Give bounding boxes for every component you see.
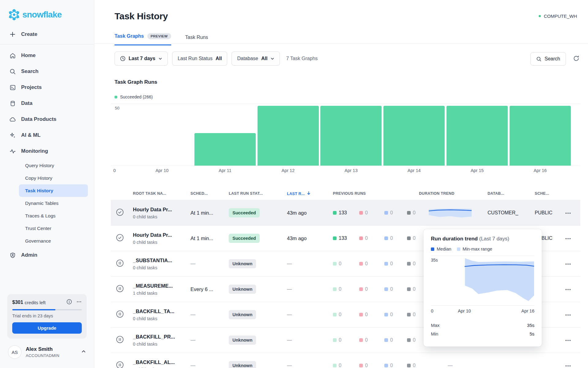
run-count-chip: 0 bbox=[359, 261, 384, 266]
column-header-datab[interactable]: DATAB... bbox=[488, 191, 504, 196]
run-chip-swatch bbox=[333, 338, 337, 342]
sidebar-subitem-query-history[interactable]: Query History bbox=[0, 159, 94, 172]
row-menu-button[interactable]: ••• bbox=[564, 311, 573, 319]
run-count-chip: 0 bbox=[384, 210, 407, 216]
minmax-label: Min-max range bbox=[463, 247, 492, 251]
search-button-label: Search bbox=[545, 56, 560, 62]
chart-bar-apr-15[interactable] bbox=[447, 106, 508, 166]
column-header-duration-trend[interactable]: DURATION TREND bbox=[419, 191, 454, 196]
info-icon[interactable] bbox=[66, 299, 72, 306]
run-chip-value: 0 bbox=[390, 363, 393, 368]
run-count-chip: 0 bbox=[359, 286, 384, 292]
status-cell: Succeeded bbox=[229, 234, 260, 243]
chart-bar-apr-14[interactable] bbox=[383, 106, 445, 166]
row-menu-button[interactable]: ••• bbox=[564, 234, 573, 243]
schedule-cell: — bbox=[190, 261, 195, 266]
column-header-last-r[interactable]: LAST R... bbox=[287, 191, 311, 196]
task-name-cell: _BACKFILL_TA...0 child tasks bbox=[133, 309, 174, 321]
run-chip-swatch bbox=[333, 262, 337, 266]
snowflake-logo[interactable]: snowflake bbox=[0, 0, 94, 26]
table-row[interactable]: _BACKFILL_AL...0 child tasks—Unknown—000… bbox=[111, 353, 580, 368]
sidebar-subitem-dynamic-tables[interactable]: Dynamic Tables bbox=[0, 197, 94, 209]
row-menu-button[interactable]: ••• bbox=[564, 336, 573, 344]
previous-runs-cell: 133000 bbox=[333, 236, 427, 241]
status-badge: Unknown bbox=[229, 285, 256, 294]
sidebar-item-search[interactable]: Search bbox=[0, 63, 94, 79]
last-run-status-filter[interactable]: Last Run Status All bbox=[172, 52, 227, 66]
status-cell: Unknown bbox=[229, 335, 256, 345]
row-menu-button[interactable]: ••• bbox=[564, 285, 573, 293]
sidebar-item-admin[interactable]: Admin bbox=[0, 247, 94, 263]
run-count-chip: 0 bbox=[333, 363, 359, 368]
pulse-icon bbox=[9, 148, 16, 155]
task-name-cell: Hourly Data Pr...0 child tasks bbox=[133, 232, 172, 245]
duration-trend-chart: 35s bbox=[431, 255, 534, 306]
duration-trend-cell: — bbox=[424, 363, 476, 368]
database-filter[interactable]: Database All bbox=[232, 52, 280, 66]
credits-progress-bar bbox=[12, 309, 82, 310]
chart-section-title: Task Graph Runs bbox=[115, 79, 157, 85]
sidebar-subitem-trust-center[interactable]: Trust Center bbox=[0, 222, 94, 235]
chart-bar-apr-16[interactable] bbox=[510, 106, 571, 166]
column-header-sche[interactable]: SCHE... bbox=[535, 191, 549, 196]
sidebar-item-home[interactable]: Home bbox=[0, 48, 94, 63]
column-header-last-run-stat[interactable]: LAST RUN STAT... bbox=[229, 191, 263, 196]
task-name: _MEASUREME... bbox=[133, 283, 173, 289]
y-axis-max-label: 50 bbox=[115, 106, 119, 110]
x-label-apr16: Apr 16 bbox=[521, 309, 534, 313]
run-chip-value: 0 bbox=[413, 363, 416, 368]
sidebar-subitem-traces-logs[interactable]: Traces & Logs bbox=[0, 209, 94, 222]
status-cell: Unknown bbox=[229, 259, 256, 268]
run-chip-value: 0 bbox=[390, 236, 393, 241]
time-range-filter[interactable]: Last 7 days bbox=[115, 52, 168, 66]
upgrade-button[interactable]: Upgrade bbox=[12, 322, 82, 334]
run-count-chip: 0 bbox=[359, 210, 384, 216]
x-axis-tick-apr-10: Apr 10 bbox=[156, 168, 169, 173]
user-menu[interactable]: AS Alex Smith ACCOUNTADMIN bbox=[0, 339, 94, 368]
task-graph-runs-chart: 50 bbox=[111, 104, 580, 166]
run-chip-value: 0 bbox=[339, 312, 341, 317]
task-name: _SUBSTANTIA... bbox=[133, 258, 172, 263]
column-header-label: ROOT TASK NA... bbox=[133, 191, 166, 196]
sidebar-subitem-copy-history[interactable]: Copy History bbox=[0, 172, 94, 184]
tooltip-legend: Median Min-max range bbox=[431, 247, 534, 251]
sidebar-subitem-governance[interactable]: Governance bbox=[0, 235, 94, 247]
credits-menu-icon[interactable] bbox=[76, 299, 82, 306]
run-chip-swatch bbox=[359, 338, 363, 342]
column-header-previous-runs[interactable]: PREVIOUS RUNS bbox=[333, 191, 366, 196]
row-menu-button[interactable]: ••• bbox=[564, 260, 573, 268]
sidebar-item-monitoring[interactable]: Monitoring bbox=[0, 143, 94, 159]
status-badge: Unknown bbox=[229, 259, 256, 268]
column-header-root-task-na[interactable]: ROOT TASK NA... bbox=[133, 191, 166, 196]
previous-runs-cell: 0000 bbox=[333, 312, 427, 317]
chevron-up-icon bbox=[81, 349, 86, 355]
row-menu-button[interactable]: ••• bbox=[564, 362, 573, 368]
run-chip-value: 0 bbox=[339, 337, 341, 343]
sidebar-item-projects[interactable]: Projects bbox=[0, 79, 94, 95]
search-button[interactable]: Search bbox=[530, 52, 566, 66]
refresh-icon[interactable] bbox=[573, 55, 579, 63]
table-row[interactable]: Hourly Data Pr...0 child tasksAt 1 min..… bbox=[111, 200, 580, 225]
task-name: Hourly Data Pr... bbox=[133, 207, 172, 213]
schedule-cell: At 1 min... bbox=[190, 210, 213, 216]
duration-trend-band bbox=[431, 256, 534, 305]
task-name: Hourly Data Pr... bbox=[133, 232, 172, 238]
check-circle-icon bbox=[116, 234, 124, 243]
sidebar-subitem-task-history[interactable]: Task History bbox=[19, 184, 88, 197]
sidebar-nav: HomeSearchProjectsDataData ProductsAI & … bbox=[0, 48, 94, 263]
chart-bar-apr-12[interactable] bbox=[258, 106, 319, 166]
database-cell: CUSTOMER_ bbox=[488, 210, 518, 216]
chart-bar-apr-13[interactable] bbox=[320, 106, 382, 166]
column-header-label: LAST RUN STAT... bbox=[229, 191, 263, 196]
schedule-cell: — bbox=[190, 337, 195, 343]
sidebar-item-data-products[interactable]: Data Products bbox=[0, 111, 94, 127]
create-button[interactable]: Create bbox=[0, 26, 94, 42]
sidebar-item-data[interactable]: Data bbox=[0, 95, 94, 111]
row-menu-button[interactable]: ••• bbox=[564, 209, 573, 217]
run-chip-value: 0 bbox=[413, 210, 416, 216]
chart-bar-apr-11[interactable] bbox=[194, 133, 256, 166]
warehouse-selector[interactable]: COMPUTE_WH bbox=[539, 13, 577, 19]
column-header-sched[interactable]: SCHED... bbox=[190, 191, 208, 196]
x-axis-zero-label: 0 bbox=[113, 168, 116, 173]
sidebar-item-ai-ml[interactable]: AI & ML bbox=[0, 127, 94, 143]
